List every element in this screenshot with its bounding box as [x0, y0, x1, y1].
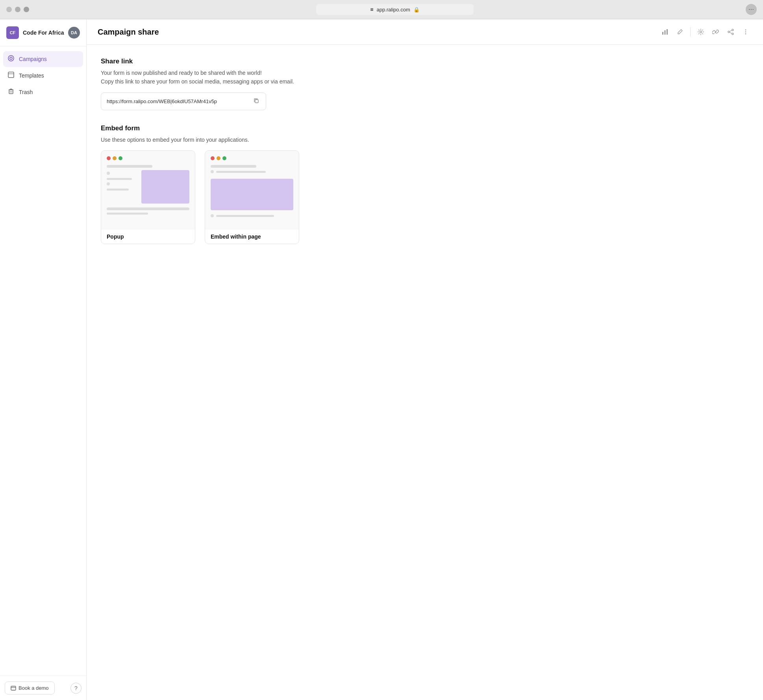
embed-page-preview: [205, 151, 299, 230]
share-link-box: https://form.ralipo.com/WEB|6okdIU57AMr4…: [101, 93, 266, 110]
svg-point-1: [10, 57, 12, 59]
preview-line: [107, 178, 132, 180]
share-desc-line1: Your form is now published and ready to …: [101, 70, 262, 76]
embed-page-bottom: [211, 214, 293, 217]
content-area: Share link Your form is now published an…: [87, 45, 763, 700]
share-button[interactable]: [724, 26, 737, 38]
page-title: Campaign share: [98, 28, 159, 37]
link-button[interactable]: [709, 26, 722, 38]
popup-preview: [101, 151, 195, 230]
embed-form-section: Embed form Use these options to embed yo…: [101, 124, 749, 244]
sidebar-item-label-templates: Templates: [19, 72, 44, 79]
embed-form-description: Use these options to embed your form int…: [101, 135, 749, 144]
popup-modal-area: [141, 170, 189, 204]
edit-button[interactable]: [674, 26, 686, 38]
ralipo-icon: ≡: [370, 6, 373, 13]
user-avatar[interactable]: DA: [68, 27, 80, 39]
embed-page-dots: [211, 156, 293, 160]
traffic-light-green: [24, 7, 29, 12]
templates-icon: [7, 71, 15, 80]
traffic-light-yellow: [15, 7, 20, 12]
link-icon: [712, 28, 719, 35]
dot-red: [107, 156, 111, 160]
address-bar[interactable]: ≡ app.ralipo.com 🔒: [316, 4, 474, 15]
dot-red-2: [211, 156, 215, 160]
embed-page-row: [211, 170, 293, 173]
preview-line-ep2: [216, 171, 266, 173]
chart-button[interactable]: [659, 26, 671, 38]
popup-modal-block: [141, 170, 189, 204]
share-icon: [727, 28, 734, 35]
sidebar-item-trash[interactable]: Trash: [3, 84, 83, 100]
popup-sidebar-dot: [107, 172, 110, 175]
lock-icon: 🔒: [413, 7, 420, 13]
copy-link-button[interactable]: [252, 97, 260, 106]
svg-point-22: [745, 33, 746, 35]
sidebar-item-campaigns[interactable]: Campaigns: [3, 51, 83, 67]
org-avatar: CF: [6, 26, 19, 39]
svg-rect-12: [665, 30, 666, 35]
dot-yellow: [113, 156, 117, 160]
share-link-title: Share link: [101, 57, 749, 65]
embed-card-popup-label: Popup: [101, 230, 195, 244]
main-content: Campaign share: [87, 19, 763, 700]
more-button[interactable]: [739, 26, 752, 38]
embed-options: Popup: [101, 150, 749, 244]
traffic-lights: [6, 7, 29, 12]
trash-icon: [7, 88, 15, 96]
svg-line-18: [730, 30, 732, 31]
svg-point-21: [745, 31, 746, 33]
share-url: https://form.ralipo.com/WEB|6okdIU57AMr4…: [107, 98, 249, 104]
sidebar-header: CF Code For Africa DA: [0, 19, 86, 46]
topbar-actions: [659, 26, 752, 38]
book-demo-button[interactable]: Book a demo: [5, 681, 55, 694]
svg-point-14: [700, 31, 702, 33]
edit-icon: [677, 29, 683, 35]
preview-line-ep3: [216, 215, 274, 217]
traffic-light-red: [6, 7, 12, 12]
embed-page-dot: [211, 170, 214, 173]
sidebar-item-label-trash: Trash: [19, 89, 33, 95]
dot-green: [119, 156, 122, 160]
embed-form-title: Embed form: [101, 124, 749, 132]
share-desc-line2: Copy this link to share your form on soc…: [101, 78, 294, 85]
svg-rect-4: [9, 90, 13, 94]
settings-button[interactable]: [694, 26, 707, 38]
share-link-section: Share link Your form is now published an…: [101, 57, 749, 110]
svg-point-16: [728, 31, 730, 33]
book-demo-icon: [11, 685, 16, 691]
preview-line: [107, 165, 152, 168]
embed-card-within-page[interactable]: Embed within page: [205, 150, 299, 244]
preview-line: [107, 207, 189, 210]
org-info: CF Code For Africa: [6, 26, 64, 39]
svg-rect-13: [667, 29, 668, 35]
dot-green-2: [222, 156, 226, 160]
embed-card-popup[interactable]: Popup: [101, 150, 195, 244]
svg-point-20: [745, 30, 746, 31]
chart-icon: [661, 28, 669, 35]
sidebar-footer: Book a demo ?: [0, 676, 86, 700]
more-icon: [742, 28, 749, 35]
popup-bottom: [107, 207, 189, 215]
svg-point-0: [8, 56, 14, 61]
campaigns-icon: [7, 55, 15, 63]
sidebar-item-templates[interactable]: Templates: [3, 68, 83, 83]
browser-chrome: ≡ app.ralipo.com 🔒 ⋯: [0, 0, 763, 19]
book-demo-label: Book a demo: [19, 685, 49, 691]
svg-rect-23: [255, 100, 258, 103]
browser-menu-button[interactable]: ⋯: [746, 4, 757, 15]
help-button[interactable]: ?: [70, 683, 81, 694]
svg-point-17: [732, 33, 733, 35]
settings-icon: [697, 28, 704, 35]
svg-line-19: [730, 32, 732, 33]
embed-page-block: [211, 179, 293, 210]
popup-dots: [107, 156, 189, 160]
help-icon: ?: [74, 685, 78, 691]
share-link-description: Your form is now published and ready to …: [101, 69, 749, 86]
org-name: Code For Africa: [23, 30, 64, 36]
copy-icon: [253, 98, 259, 104]
dot-yellow-2: [217, 156, 220, 160]
topbar-divider: [690, 27, 691, 37]
embed-page-dot2: [211, 214, 214, 217]
svg-point-15: [732, 29, 733, 31]
